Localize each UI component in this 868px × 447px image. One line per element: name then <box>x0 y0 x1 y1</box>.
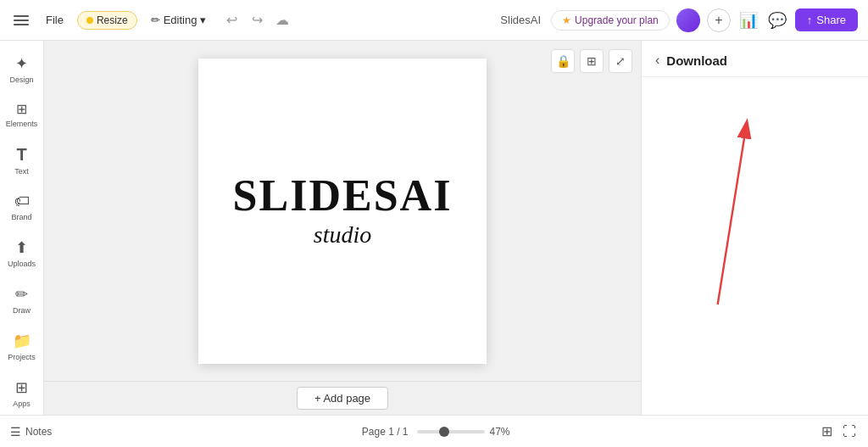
grid-view-icon[interactable]: ⊞ <box>580 49 604 73</box>
notes-icon: ☰ <box>10 425 21 439</box>
topbar-left: File Resize ✏ Editing ▾ ↩ ↪ ☁ <box>10 8 493 32</box>
share-upload-icon: ↑ <box>807 14 813 26</box>
sidebar-item-uploads[interactable]: ⬆ Uploads <box>2 232 42 275</box>
slides-ai-label: SlidesAI <box>500 14 541 26</box>
upgrade-star-icon: ★ <box>562 14 571 26</box>
grid-view-button[interactable]: ⊞ <box>820 422 834 441</box>
design-icon: ✦ <box>15 54 28 73</box>
notes-button[interactable]: ☰ Notes <box>10 425 52 439</box>
elements-icon: ⊞ <box>16 101 27 117</box>
bottombar-center: Page 1 / 1 47% <box>60 426 811 438</box>
panel-title: Download <box>666 53 727 68</box>
editing-label: Editing <box>164 14 198 26</box>
upgrade-button[interactable]: ★ Upgrade your plan <box>551 10 670 31</box>
redo-button[interactable]: ↪ <box>245 8 269 32</box>
zoom-slider-wrap: 47% <box>417 426 510 438</box>
canvas-toolbar: 🔒 ⊞ ⤢ <box>551 49 632 73</box>
editing-chevron-icon: ▾ <box>200 14 206 26</box>
sidebar-label-design: Design <box>9 75 33 84</box>
text-icon: T <box>16 145 26 165</box>
resize-dot-icon <box>86 17 93 24</box>
zoom-percentage: 47% <box>490 426 510 438</box>
sidebar-item-draw[interactable]: ✏ Draw <box>2 278 42 321</box>
lock-icon[interactable]: 🔒 <box>551 49 575 73</box>
sidebar-label-draw: Draw <box>13 306 31 315</box>
sidebar-item-apps[interactable]: ⊞ Apps <box>2 372 42 415</box>
sidebar-label-text: Text <box>14 167 29 176</box>
slide-brand: SLIDESAI studio <box>233 174 453 249</box>
bottombar: ☰ Notes Page 1 / 1 47% ⊞ ⛶ <box>0 415 868 447</box>
share-button[interactable]: ↑ Share <box>795 8 858 31</box>
sidebar-label-apps: Apps <box>13 400 31 408</box>
upgrade-label: Upgrade your plan <box>575 14 659 26</box>
topbar-right: + 📊 💬 ↑ Share <box>676 8 858 32</box>
add-page-bar: + Add page <box>44 381 641 415</box>
main-area: ✦ Design ⊞ Elements T Text 🏷 Brand ⬆ Upl… <box>0 41 868 415</box>
canvas-area: 🔒 ⊞ ⤢ SLIDESAI studio + Add page <box>44 41 641 415</box>
resize-label: Resize <box>97 14 128 26</box>
bottombar-right: ⊞ ⛶ <box>820 422 858 441</box>
sidebar-label-projects: Projects <box>8 353 36 361</box>
sidebar: ✦ Design ⊞ Elements T Text 🏷 Brand ⬆ Upl… <box>0 41 44 415</box>
analytics-icon[interactable]: 📊 <box>737 9 760 31</box>
apps-icon: ⊞ <box>15 378 28 397</box>
history-buttons: ↩ ↪ <box>220 8 269 32</box>
editing-mode-button[interactable]: ✏ Editing ▾ <box>144 11 214 29</box>
projects-icon: 📁 <box>13 332 31 350</box>
fullscreen-button[interactable]: ⛶ <box>841 422 858 441</box>
zoom-thumb <box>439 427 449 437</box>
sidebar-item-elements[interactable]: ⊞ Elements <box>2 94 42 135</box>
sidebar-item-brand[interactable]: 🏷 Brand <box>2 186 42 228</box>
brand-sub-text: studio <box>233 221 453 249</box>
download-panel: ‹ Download File type PNG PNG Suggested <box>641 41 868 415</box>
zoom-slider[interactable] <box>417 430 485 433</box>
sidebar-item-projects[interactable]: 📁 Projects <box>2 325 42 368</box>
menu-icon[interactable] <box>10 12 32 29</box>
avatar[interactable] <box>676 8 700 32</box>
resize-button[interactable]: Resize <box>77 11 137 30</box>
share-label: Share <box>816 14 846 26</box>
expand-icon[interactable]: ⤢ <box>609 49 632 73</box>
slide-card[interactable]: SLIDESAI studio <box>198 59 487 364</box>
brand-icon: 🏷 <box>14 193 30 210</box>
canvas-content: SLIDESAI studio <box>44 41 641 381</box>
arrow-overlay <box>642 77 868 415</box>
sidebar-label-brand: Brand <box>11 213 31 221</box>
sidebar-label-elements: Elements <box>6 120 38 128</box>
panel-back-button[interactable]: ‹ <box>655 53 659 68</box>
topbar: File Resize ✏ Editing ▾ ↩ ↪ ☁ SlidesAI ★… <box>0 0 868 41</box>
sidebar-item-text[interactable]: T Text <box>2 138 42 182</box>
add-collaborator-button[interactable]: + <box>707 8 731 32</box>
add-page-button[interactable]: + Add page <box>297 387 388 410</box>
panel-header: ‹ Download <box>642 41 868 77</box>
svg-line-3 <box>718 132 745 305</box>
topbar-center: SlidesAI ★ Upgrade your plan <box>500 10 669 31</box>
sidebar-label-uploads: Uploads <box>8 260 36 268</box>
uploads-icon: ⬆ <box>15 238 28 257</box>
draw-icon: ✏ <box>15 285 28 304</box>
file-menu-button[interactable]: File <box>39 10 70 30</box>
brand-title-text: SLIDESAI <box>233 174 453 218</box>
undo-button[interactable]: ↩ <box>220 8 243 32</box>
sidebar-item-design[interactable]: ✦ Design <box>2 47 42 91</box>
page-info: Page 1 / 1 <box>362 426 409 438</box>
comments-icon[interactable]: 💬 <box>766 9 788 31</box>
notes-label: Notes <box>25 426 52 438</box>
cloud-save-icon[interactable]: ☁ <box>275 12 289 28</box>
pencil-icon: ✏ <box>151 14 160 26</box>
